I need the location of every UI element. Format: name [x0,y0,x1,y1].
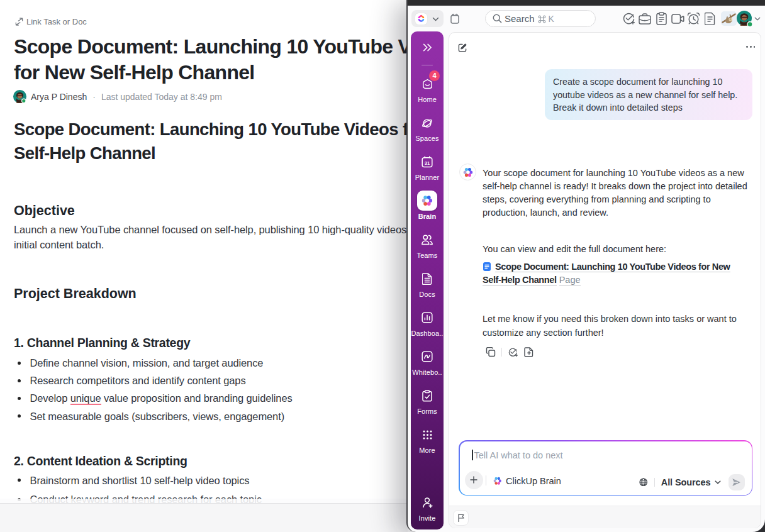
svg-text:31: 31 [425,160,430,166]
